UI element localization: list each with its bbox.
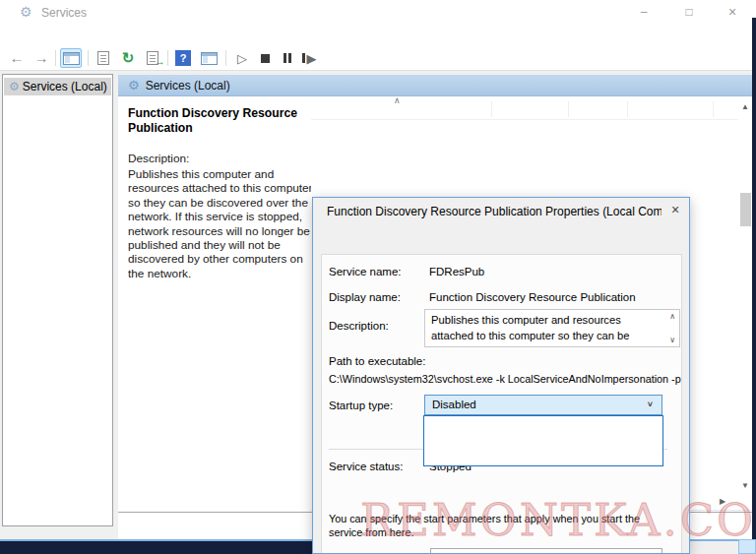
service-name-label: Service name: <box>329 266 402 277</box>
extended-view-icon[interactable] <box>198 48 220 68</box>
description-textbox-value: Publishes this computer and resources at… <box>431 313 663 347</box>
path-label: Path to executable: <box>329 355 425 367</box>
selected-service-title: Function Discovery Resource Publication <box>128 106 315 136</box>
service-status-label: Service status: <box>329 461 403 472</box>
maximize-button[interactable]: □ <box>673 0 705 26</box>
extended-description-panel: Function Discovery Resource Publication … <box>120 96 309 510</box>
dialog-close-icon[interactable]: × <box>663 201 687 218</box>
scroll-up-icon[interactable]: ∧ <box>669 312 675 321</box>
scrollbar-thumb[interactable] <box>740 193 751 226</box>
list-header-row: ∧ <box>311 98 738 120</box>
menu-bar <box>0 26 756 45</box>
restart-service-icon[interactable]: ▶ <box>298 48 320 68</box>
start-service-icon[interactable]: ▷ <box>231 48 253 68</box>
forward-arrow-icon[interactable]: → <box>31 48 52 68</box>
refresh-icon[interactable]: ↻ <box>117 48 139 68</box>
window-title: Services <box>41 6 87 20</box>
description-label: Description: <box>128 152 309 165</box>
dialog-title: Function Discovery Resource Publication … <box>327 205 662 218</box>
desktop-background <box>0 541 312 554</box>
window-right-edge <box>752 18 756 539</box>
pause-service-icon[interactable] <box>277 48 298 68</box>
scrollbar-up-icon[interactable]: ▲ <box>741 102 749 111</box>
main-panel-header: ⚙Services (Local) <box>118 75 754 96</box>
start-parameters-hint: You can specify the start parameters tha… <box>329 512 668 539</box>
header-gear-icon: ⚙ <box>118 78 146 92</box>
main-panel-header-label: Services (Local) <box>146 79 230 92</box>
properties-icon[interactable] <box>93 48 114 68</box>
startup-type-value: Disabled <box>432 399 476 410</box>
sort-ascending-icon: ∧ <box>394 95 401 105</box>
display-name-label: Display name: <box>329 291 401 303</box>
minimize-button[interactable]: – <box>628 0 660 26</box>
dialog-description-label: Description: <box>329 320 389 332</box>
path-value: C:\Windows\system32\svchost.exe -k Local… <box>329 373 681 385</box>
help-icon[interactable]: ? <box>172 48 194 68</box>
startup-type-dropdown <box>423 415 663 466</box>
display-name-value: Function Discovery Resource Publication <box>429 291 636 303</box>
tree-item-services-local[interactable]: ⚙Services (Local) <box>4 78 111 95</box>
start-parameters-input[interactable] <box>430 548 662 554</box>
scrollbar-corner <box>738 539 756 554</box>
services-window: ⚙ Services – □ × ← → ↻ → ? ▷ ▶ ⚙Services… <box>0 0 756 554</box>
services-node-gear-icon: ⚙ <box>4 80 23 93</box>
services-gear-icon: ⚙ <box>20 4 32 20</box>
toolbar: ← → ↻ → ? ▷ ▶ <box>0 45 756 71</box>
service-name-value: FDResPub <box>429 266 484 277</box>
console-tree-panel: ⚙Services (Local) <box>2 74 113 526</box>
stop-service-icon[interactable] <box>254 48 276 68</box>
startup-type-label: Startup type: <box>329 400 393 411</box>
description-textbox[interactable]: Publishes this computer and resources at… <box>424 309 680 347</box>
service-properties-dialog: Function Discovery Resource Publication … <box>312 197 690 554</box>
scroll-down-icon[interactable]: ∨ <box>669 336 675 344</box>
scrollbar-right-icon[interactable]: ▶ <box>720 497 725 506</box>
startup-type-combobox[interactable]: Disabled ∨ <box>424 395 662 415</box>
export-list-icon[interactable]: → <box>142 48 163 68</box>
back-arrow-icon[interactable]: ← <box>6 48 28 68</box>
close-button[interactable]: × <box>717 0 748 26</box>
service-description-text: Publishes this computer and resources at… <box>128 167 315 280</box>
tree-item-label: Services (Local) <box>23 80 107 93</box>
window-titlebar: ⚙ Services – □ × <box>0 0 756 26</box>
chevron-down-icon: ∨ <box>647 400 654 408</box>
scrollbar-down-icon[interactable]: ▼ <box>741 481 749 490</box>
console-tree-toggle-icon[interactable] <box>60 48 82 68</box>
